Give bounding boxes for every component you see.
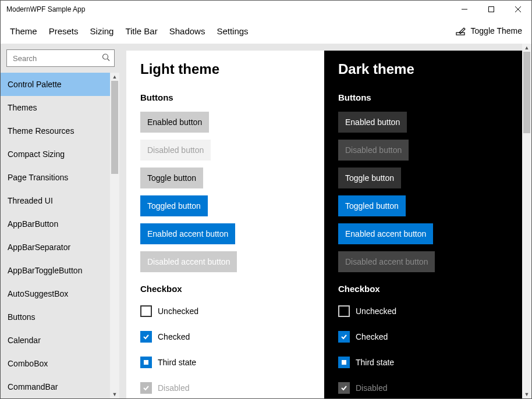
disabled-button-dark: Disabled button: [338, 140, 409, 161]
checkbox-checked-dark[interactable]: Checked: [338, 329, 508, 345]
checkbox-box-icon: [338, 331, 350, 343]
light-panel: Light theme Buttons Enabled button Disab…: [126, 51, 324, 398]
toggle-theme-label: Toggle Theme: [471, 26, 522, 35]
checkbox-label: Checked: [158, 332, 190, 341]
nav-item-page-transitions[interactable]: Page Transitions: [1, 166, 110, 189]
disabled-button-light: Disabled button: [140, 140, 211, 161]
maximize-icon: [488, 6, 494, 12]
titlebar: ModernWPF Sample App: [1, 1, 531, 18]
checkbox-label: Disabled: [158, 383, 189, 393]
check-icon: [143, 384, 150, 391]
close-icon: [515, 6, 521, 12]
content: Light theme Buttons Enabled button Disab…: [119, 44, 531, 398]
checkbox-box-icon: [140, 305, 152, 317]
content-scroll-thumb[interactable]: [523, 52, 530, 133]
nav-item-combobox[interactable]: ComboBox: [1, 352, 110, 375]
toggled-button-dark[interactable]: Toggled button: [338, 195, 406, 216]
nav-wrap: Control Palette Themes Theme Resources C…: [1, 73, 119, 398]
menu-items: Theme Presets Sizing Title Bar Shadows S…: [1, 23, 249, 40]
minimize-button[interactable]: [451, 1, 478, 18]
svg-line-6: [108, 59, 110, 61]
sidebar: Control Palette Themes Theme Resources C…: [1, 44, 119, 398]
menu-shadows[interactable]: Shadows: [169, 23, 205, 40]
checkbox-heading-light: Checkbox: [140, 284, 310, 294]
checkbox-box-icon: [338, 357, 350, 368]
nav-item-compact-sizing[interactable]: Compact Sizing: [1, 142, 110, 166]
checkbox-label: Third state: [158, 358, 196, 367]
nav-item-control-palette[interactable]: Control Palette: [1, 73, 110, 96]
nav-item-themes[interactable]: Themes: [1, 96, 110, 119]
svg-point-5: [103, 54, 108, 59]
checkbox-label: Disabled: [356, 383, 387, 393]
checkbox-third-dark[interactable]: Third state: [338, 354, 508, 370]
accent-disabled-button-light: Disabled accent button: [140, 251, 237, 272]
close-button[interactable]: [505, 1, 531, 18]
checkbox-disabled-light: Disabled: [140, 380, 310, 396]
scroll-up-icon[interactable]: ▲: [522, 44, 531, 52]
checkbox-box-icon: [338, 305, 350, 317]
nav-list: Control Palette Themes Theme Resources C…: [1, 73, 110, 398]
scroll-up-icon[interactable]: ▲: [110, 73, 119, 81]
checkbox-disabled-dark: Disabled: [338, 380, 508, 396]
checkbox-label: Third state: [356, 358, 394, 367]
nav-item-buttons[interactable]: Buttons: [1, 305, 110, 329]
toggle-button-light[interactable]: Toggle button: [140, 168, 203, 188]
checkbox-box-icon: [140, 382, 152, 394]
checkbox-label: Checked: [356, 332, 388, 341]
minimize-icon: [462, 6, 467, 12]
toggled-button-light[interactable]: Toggled button: [140, 195, 208, 216]
edit-icon: [456, 26, 466, 36]
svg-rect-1: [489, 7, 494, 12]
nav-item-theme-resources[interactable]: Theme Resources: [1, 119, 110, 142]
window-controls: [451, 1, 531, 18]
checkbox-box-icon: [140, 357, 152, 368]
menu-settings[interactable]: Settings: [217, 23, 248, 40]
search-icon: [102, 54, 110, 63]
search-box: [6, 49, 115, 67]
accent-disabled-button-dark: Disabled accent button: [338, 251, 435, 272]
enabled-button-light[interactable]: Enabled button: [140, 112, 209, 133]
toggle-button-dark[interactable]: Toggle button: [338, 168, 401, 188]
checkbox-box-icon: [140, 331, 152, 343]
nav-item-appbarbutton[interactable]: AppBarButton: [1, 212, 110, 236]
enabled-button-dark[interactable]: Enabled button: [338, 112, 407, 133]
light-title: Light theme: [140, 61, 310, 77]
nav-item-autosuggestbox[interactable]: AutoSuggestBox: [1, 282, 110, 305]
checkbox-third-light[interactable]: Third state: [140, 354, 310, 370]
window-title: ModernWPF Sample App: [6, 5, 85, 13]
app-window: ModernWPF Sample App Theme Presets Sizin…: [0, 0, 532, 399]
buttons-heading-dark: Buttons: [338, 92, 508, 102]
buttons-heading-light: Buttons: [140, 92, 310, 102]
dark-panel: Dark theme Buttons Enabled button Disabl…: [324, 51, 522, 398]
nav-item-commandbar[interactable]: CommandBar: [1, 375, 110, 398]
check-icon: [341, 333, 347, 340]
menu-titlebar[interactable]: Title Bar: [125, 23, 157, 40]
sidebar-scrollbar[interactable]: ▲ ▼: [110, 73, 119, 398]
nav-item-threaded-ui[interactable]: Threaded UI: [1, 189, 110, 212]
content-scrollbar[interactable]: ▲ ▼: [522, 44, 531, 398]
checkbox-label: Unchecked: [158, 307, 198, 316]
menubar: Theme Presets Sizing Title Bar Shadows S…: [1, 18, 531, 44]
menu-presets[interactable]: Presets: [49, 23, 79, 40]
panels: Light theme Buttons Enabled button Disab…: [126, 51, 522, 398]
sidebar-scroll-thumb[interactable]: [111, 81, 118, 174]
accent-enabled-button-light[interactable]: Enabled accent button: [140, 223, 235, 244]
menu-theme[interactable]: Theme: [10, 23, 37, 40]
scroll-down-icon[interactable]: ▼: [522, 390, 531, 398]
nav-item-appbartogglebutton[interactable]: AppBarToggleButton: [1, 259, 110, 282]
check-icon: [341, 384, 347, 391]
menu-sizing[interactable]: Sizing: [90, 23, 114, 40]
scroll-down-icon[interactable]: ▼: [110, 390, 119, 398]
nav-item-calendar[interactable]: Calendar: [1, 329, 110, 352]
search-input[interactable]: [6, 49, 115, 67]
checkbox-label: Unchecked: [356, 307, 396, 316]
checkbox-unchecked-dark[interactable]: Unchecked: [338, 303, 508, 319]
accent-enabled-button-dark[interactable]: Enabled accent button: [338, 223, 433, 244]
toggle-theme-button[interactable]: Toggle Theme: [456, 26, 522, 36]
maximize-button[interactable]: [478, 1, 505, 18]
search-wrap: [1, 44, 119, 73]
checkbox-unchecked-light[interactable]: Unchecked: [140, 303, 310, 319]
checkbox-checked-light[interactable]: Checked: [140, 329, 310, 345]
body: Control Palette Themes Theme Resources C…: [1, 44, 531, 398]
nav-item-appbarseparator[interactable]: AppBarSeparator: [1, 236, 110, 259]
